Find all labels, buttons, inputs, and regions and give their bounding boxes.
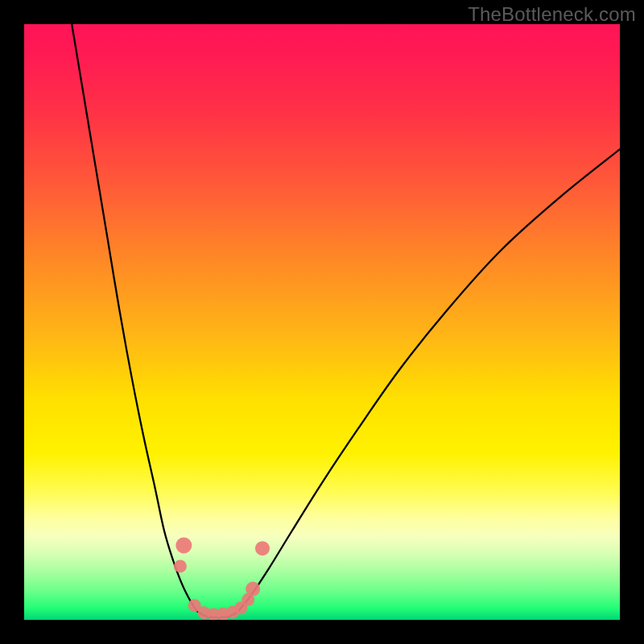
plot-area: [24, 24, 620, 620]
bottleneck-curve: [72, 24, 620, 617]
marker-group: [174, 538, 270, 621]
data-marker: [175, 538, 192, 554]
data-marker: [246, 582, 260, 597]
chart-frame: TheBottleneck.com: [0, 0, 644, 644]
data-marker: [255, 541, 270, 555]
watermark-text: TheBottleneck.com: [468, 3, 636, 26]
data-marker: [174, 559, 187, 572]
curve-svg: [24, 24, 620, 620]
